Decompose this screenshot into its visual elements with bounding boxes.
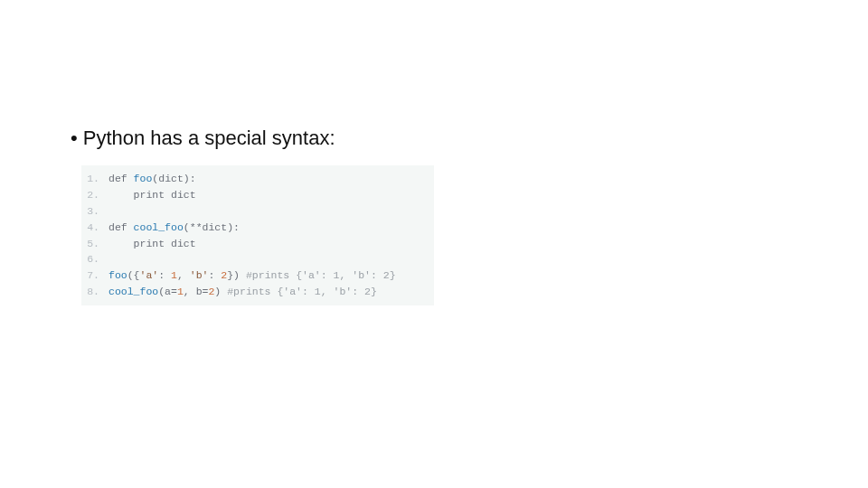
code-line: 5. print dict [85,236,430,252]
line-number: 2. [85,187,108,203]
bullet-item: • Python has a special syntax: [71,127,868,149]
code-line: 8.cool_foo(a=1, b=2) #prints {'a': 1, 'b… [85,284,430,300]
code-line: 6. [85,251,430,267]
bullet-text: Python has a special syntax: [83,127,335,149]
code-text: foo({'a': 1, 'b': 2}) #prints {'a': 1, '… [108,267,396,284]
line-number: 3. [85,203,108,220]
code-line: 1.def foo(dict): [85,171,430,187]
line-number: 6. [85,251,108,267]
line-number: 5. [85,236,108,252]
line-number: 8. [85,284,108,300]
line-number: 4. [85,220,108,236]
code-text: cool_foo(a=1, b=2) #prints {'a': 1, 'b':… [108,284,377,300]
code-text: print dict [108,236,196,252]
code-line: 7.foo({'a': 1, 'b': 2}) #prints {'a': 1,… [85,267,430,284]
line-number: 1. [85,171,108,187]
code-block: 1.def foo(dict):2. print dict3.4.def coo… [81,165,434,305]
code-text: print dict [108,187,196,203]
line-number: 7. [85,267,108,284]
bullet-marker: • [71,128,78,148]
code-line: 3. [85,203,430,220]
code-line: 4.def cool_foo(**dict): [85,220,430,236]
code-text: def cool_foo(**dict): [108,220,240,236]
slide: • Python has a special syntax: 1.def foo… [0,0,868,488]
code-text: def foo(dict): [108,171,196,187]
code-line: 2. print dict [85,187,430,203]
